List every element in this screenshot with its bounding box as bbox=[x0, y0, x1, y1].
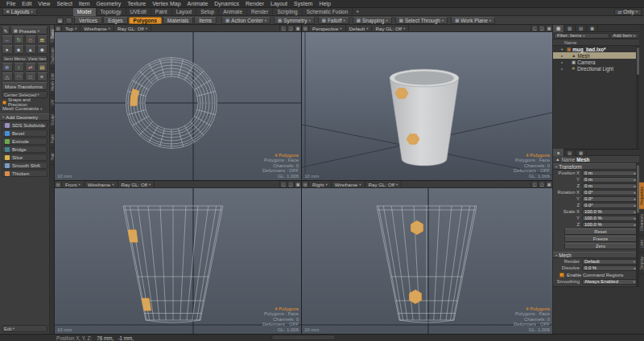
element-rotate-icon[interactable]: ■ bbox=[14, 45, 25, 54]
lasso-select-icon[interactable]: ◌ bbox=[65, 17, 72, 24]
layout-tab[interactable]: Schematic Fusion bbox=[303, 8, 353, 16]
viewport-menu-icon[interactable]: ▤ bbox=[302, 26, 309, 31]
raygl-dropdown[interactable]: Ray GL: Off▾ bbox=[118, 181, 155, 188]
selection-mode-button[interactable]: Vertices bbox=[74, 17, 102, 24]
transform-action-button[interactable]: Reset bbox=[564, 228, 637, 235]
transform-action-button[interactable]: Freeze bbox=[564, 236, 637, 242]
add-item-button[interactable]: Add Item ▾ bbox=[610, 33, 638, 39]
mode-tool-dropdown[interactable]: ▦ Falloff ▾ bbox=[318, 17, 349, 24]
mini-slider-icon[interactable]: ◂▸ bbox=[634, 266, 635, 270]
tab-properties-icon[interactable]: ≡ bbox=[553, 149, 564, 156]
layout-tab[interactable]: Layout bbox=[172, 8, 197, 16]
panel-tab[interactable]: Properties bbox=[639, 183, 644, 210]
properties-name-value[interactable]: Mesh bbox=[576, 157, 589, 162]
viewport-zoom-icon[interactable]: ▣ bbox=[545, 25, 552, 32]
transform-section-header[interactable]: ▾ Transform bbox=[553, 163, 639, 170]
mini-slider-icon[interactable]: ◂▸ bbox=[634, 197, 635, 201]
viewport-pan-icon[interactable]: ◳ bbox=[287, 181, 294, 188]
toolbox-tab[interactable]: Paint bbox=[50, 130, 54, 148]
toolbox-tab[interactable]: Mesh Edit bbox=[50, 69, 54, 96]
auto-select-icon[interactable]: ⊞ bbox=[56, 17, 64, 24]
tool-button[interactable]: Bevel bbox=[2, 129, 47, 137]
menu-item[interactable]: Render bbox=[242, 0, 267, 7]
mirror-tool-icon[interactable]: ⇄ bbox=[25, 63, 36, 72]
shading-mode-dropdown[interactable]: Default▾ bbox=[346, 25, 373, 32]
toolbox-tab[interactable]: Duplicate bbox=[50, 43, 54, 69]
tool-button[interactable]: Smooth Shift bbox=[2, 162, 47, 169]
tab-images-icon[interactable]: ▣ bbox=[587, 25, 598, 32]
viewport-pan-icon[interactable]: ◳ bbox=[538, 25, 545, 32]
mesh-section-header[interactable]: ▾ Mesh bbox=[553, 252, 639, 258]
tab-item-list-icon[interactable]: ▦ bbox=[553, 25, 564, 32]
menu-item[interactable]: System bbox=[291, 0, 316, 7]
transform-tool-icon[interactable]: ⊞ bbox=[37, 35, 48, 44]
value-field[interactable]: 0 m ◂▸ bbox=[582, 183, 638, 189]
snaps-and-precision-toggle[interactable]: Snaps and Precision bbox=[0, 99, 49, 105]
viewport-canvas-front[interactable]: 10 mm 4 Polygons Polygons : FaceChannels… bbox=[55, 188, 301, 334]
mini-slider-icon[interactable]: ◂▸ bbox=[634, 223, 635, 227]
falloff-tool-icon[interactable]: ◆ bbox=[37, 45, 48, 54]
menu-item[interactable]: Animate bbox=[184, 0, 212, 7]
mode-tool-dropdown[interactable]: ▦ Symmetry ▾ bbox=[274, 17, 315, 24]
snap-tool-icon[interactable]: ⊕ bbox=[2, 63, 13, 72]
scale-tool-icon[interactable]: ◇ bbox=[25, 35, 36, 44]
value-field[interactable]: 100.0 % ◂▸ bbox=[582, 222, 638, 228]
menu-item[interactable]: Item bbox=[76, 0, 93, 7]
mode-tool-dropdown[interactable]: ▦ Action Center ▾ bbox=[221, 17, 270, 24]
mini-slider-icon[interactable]: ◂▸ bbox=[634, 216, 635, 220]
curve-tool-icon[interactable]: ◠ bbox=[14, 72, 25, 81]
smoothing-dropdown[interactable]: Always Enabled ▾ bbox=[582, 279, 638, 285]
value-field[interactable]: 0 m ◂▸ bbox=[582, 177, 638, 183]
layout-tab[interactable]: Render bbox=[247, 8, 273, 16]
tool-button[interactable]: Bridge bbox=[2, 146, 47, 153]
menu-item[interactable]: Vertex Map bbox=[149, 0, 184, 7]
rotate-tool-icon[interactable]: ↻ bbox=[14, 35, 25, 44]
menu-item[interactable]: Edit bbox=[19, 0, 35, 7]
visibility-eye-icon[interactable]: ● bbox=[559, 54, 564, 58]
element-scale-icon[interactable]: ▲ bbox=[25, 45, 36, 54]
presets-button[interactable]: ▦ Presets ▾ bbox=[10, 27, 47, 35]
mini-slider-icon[interactable]: ◂▸ bbox=[634, 178, 635, 182]
selection-mode-button[interactable]: Edges bbox=[103, 17, 127, 24]
item-list-row[interactable]: ● ▾ Mesh bbox=[553, 52, 639, 59]
viewport-menu-icon[interactable]: ▤ bbox=[55, 182, 62, 187]
viewport-zoom-icon[interactable]: ▣ bbox=[545, 181, 552, 188]
layout-tab[interactable]: Setup bbox=[196, 8, 219, 16]
shading-mode-dropdown[interactable]: Wireframe▾ bbox=[80, 25, 114, 32]
layout-tab[interactable]: Topology bbox=[97, 8, 126, 16]
selection-mode-button[interactable]: Polygons bbox=[129, 17, 162, 24]
panel-tab[interactable]: Channels bbox=[639, 210, 644, 236]
visibility-eye-icon[interactable]: ● bbox=[559, 60, 564, 64]
element-move-icon[interactable]: ● bbox=[2, 45, 13, 54]
dissolve-field[interactable]: 0.0 % ◂▸ bbox=[582, 265, 638, 271]
value-field[interactable]: 100.0 % ◂▸ bbox=[582, 209, 638, 215]
toolbox-tab[interactable]: UV bbox=[50, 96, 54, 110]
viewport-zoom-icon[interactable]: ▣ bbox=[294, 25, 301, 32]
shading-mode-dropdown[interactable]: Wireframe▾ bbox=[85, 181, 118, 188]
menu-item[interactable]: Select bbox=[53, 0, 75, 7]
tab-display-icon[interactable]: ▦ bbox=[576, 149, 587, 156]
raygl-dropdown[interactable]: Ray GL: Off▾ bbox=[114, 25, 151, 32]
viewport-menu-icon[interactable]: ▤ bbox=[302, 182, 309, 187]
menu-item[interactable]: Dynamics bbox=[211, 0, 242, 7]
tab-groups-icon[interactable]: ▤ bbox=[576, 25, 587, 32]
viewport-rotate-icon[interactable]: ◰ bbox=[279, 25, 287, 32]
more-transforms-button[interactable]: More Transforms bbox=[2, 82, 47, 90]
viewport-canvas-perspective[interactable]: 10 mm 4 Polygons Polygons : FaceChannels… bbox=[302, 32, 552, 180]
array-tool-icon[interactable]: ▤ bbox=[37, 63, 48, 72]
viewport-rotate-icon[interactable]: ◰ bbox=[530, 25, 538, 32]
layout-tab[interactable]: UVEdit bbox=[126, 8, 151, 16]
tool-button[interactable]: Slice bbox=[2, 154, 47, 161]
text-tool-icon[interactable]: ≡ bbox=[37, 72, 48, 81]
disclosure-icon[interactable]: ▾ bbox=[561, 47, 565, 51]
enable-command-regions-toggle[interactable]: ✓ Enable Command Regions bbox=[553, 271, 639, 278]
viewport-zoom-icon[interactable]: ▣ bbox=[294, 181, 301, 188]
panel-tab[interactable]: Display bbox=[639, 253, 644, 274]
layout-tab[interactable]: Model bbox=[73, 8, 97, 16]
viewport-pan-icon[interactable]: ◳ bbox=[287, 25, 294, 32]
primitive-tool-icon[interactable]: □ bbox=[25, 72, 36, 81]
value-field[interactable]: 0 m ◂▸ bbox=[582, 170, 638, 176]
toolbox-tab[interactable]: Sculpt bbox=[50, 110, 54, 130]
view-type-dropdown[interactable]: Front▾ bbox=[62, 181, 85, 188]
bottom-panel-grip[interactable]: ∙∙∙ bbox=[271, 335, 336, 340]
